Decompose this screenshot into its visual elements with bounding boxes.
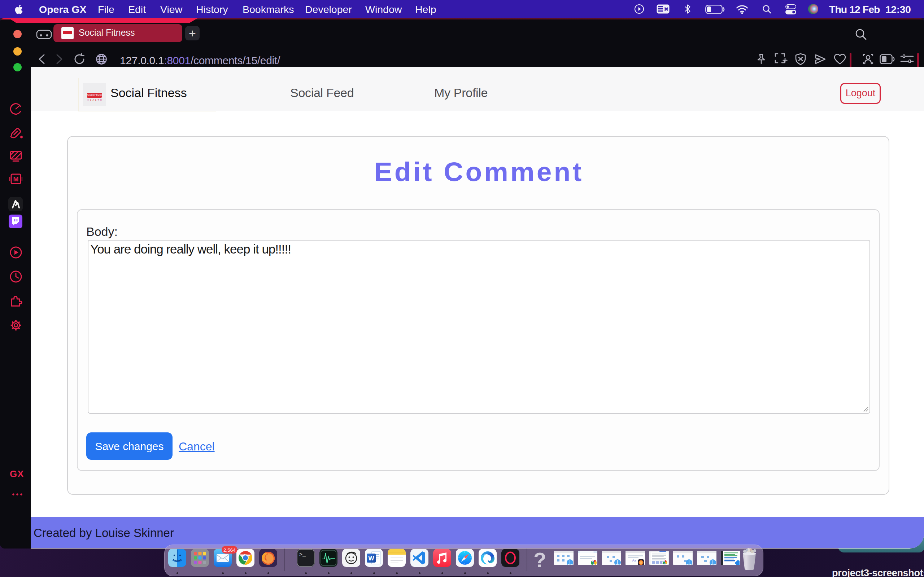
svg-text:Aa: Aa: [632, 559, 636, 562]
svg-text:2,564: 2,564: [223, 548, 236, 553]
svg-text:M: M: [13, 176, 19, 183]
svg-text:⌘: ⌘: [664, 6, 669, 12]
svg-text:W: W: [368, 555, 374, 562]
svg-text:>_: >_: [299, 552, 306, 558]
